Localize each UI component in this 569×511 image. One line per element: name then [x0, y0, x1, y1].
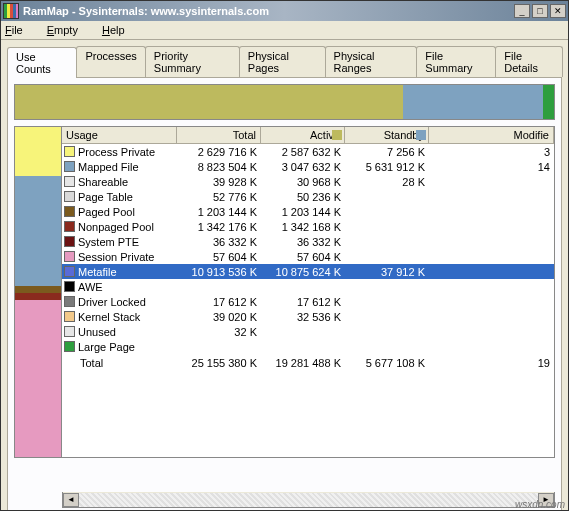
col-standby[interactable]: Standby: [345, 127, 429, 143]
usage-label: Large Page: [78, 341, 135, 353]
table-row[interactable]: Driver Locked17 612 K17 612 K: [62, 294, 554, 309]
usage-label: Metafile: [78, 266, 117, 278]
table-row[interactable]: Page Table52 776 K50 236 K: [62, 189, 554, 204]
cell-total: 17 612 K: [177, 296, 261, 308]
scroll-left-icon[interactable]: ◄: [63, 493, 79, 507]
total-row: Total25 155 380 K19 281 488 K5 677 108 K…: [62, 354, 554, 369]
menu-file[interactable]: File: [5, 24, 35, 36]
table-row[interactable]: Metafile10 913 536 K10 875 624 K37 912 K: [62, 264, 554, 279]
tab-physical-ranges[interactable]: Physical Ranges: [325, 46, 418, 77]
usage-label: Paged Pool: [78, 206, 135, 218]
horizontal-scrollbar[interactable]: ◄ ►: [62, 492, 555, 508]
tab-processes[interactable]: Processes: [76, 46, 145, 77]
cell-total: 2 629 716 K: [177, 146, 261, 158]
minimize-button[interactable]: _: [514, 4, 530, 18]
usage-label: AWE: [78, 281, 103, 293]
usage-label: Driver Locked: [78, 296, 146, 308]
menu-empty[interactable]: Empty: [47, 24, 90, 36]
cell-standby: 5 631 912 K: [345, 161, 429, 173]
cell-active: 3 047 632 K: [261, 161, 345, 173]
col-usage[interactable]: Usage: [62, 127, 177, 143]
table-row[interactable]: AWE: [62, 279, 554, 294]
close-button[interactable]: ✕: [550, 4, 566, 18]
cell-total: 8 823 504 K: [177, 161, 261, 173]
tab-file-details[interactable]: File Details: [495, 46, 563, 77]
color-swatch: [64, 176, 75, 187]
col-active[interactable]: Active: [261, 127, 345, 143]
table-row[interactable]: Process Private2 629 716 K2 587 632 K7 2…: [62, 144, 554, 159]
usage-label: Mapped File: [78, 161, 139, 173]
color-swatch: [64, 251, 75, 262]
tab-physical-pages[interactable]: Physical Pages: [239, 46, 326, 77]
cell-modified: 14: [429, 161, 554, 173]
usage-bar-chart: [14, 84, 555, 120]
cell-total: 39 020 K: [177, 311, 261, 323]
maximize-button[interactable]: □: [532, 4, 548, 18]
watermark: wsxdn.com: [515, 499, 565, 510]
table-row[interactable]: Shareable39 928 K30 968 K28 K: [62, 174, 554, 189]
usage-label: Kernel Stack: [78, 311, 140, 323]
table-row[interactable]: Kernel Stack39 020 K32 536 K: [62, 309, 554, 324]
scroll-track[interactable]: [79, 493, 538, 507]
table-row[interactable]: Paged Pool1 203 144 K1 203 144 K: [62, 204, 554, 219]
window-title: RamMap - Sysinternals: www.sysinternals.…: [23, 5, 514, 17]
usage-label: Shareable: [78, 176, 128, 188]
cell-total: 52 776 K: [177, 191, 261, 203]
col-modified[interactable]: Modifie: [429, 127, 554, 143]
usage-label: Process Private: [78, 146, 155, 158]
color-swatch: [64, 206, 75, 217]
cell-active: 57 604 K: [261, 251, 345, 263]
tab-use-counts[interactable]: Use Counts: [7, 47, 77, 78]
table-row[interactable]: Mapped File8 823 504 K3 047 632 K5 631 9…: [62, 159, 554, 174]
usage-table: Usage Total Active Standby Modifie Proce…: [62, 126, 555, 458]
color-swatch: [64, 311, 75, 322]
color-swatch: [64, 161, 75, 172]
cell-standby: 28 K: [345, 176, 429, 188]
cell-total: 1 203 144 K: [177, 206, 261, 218]
tab-priority-summary[interactable]: Priority Summary: [145, 46, 240, 77]
tabstrip: Use Counts Processes Priority Summary Ph…: [7, 46, 562, 77]
cell-standby: 37 912 K: [345, 266, 429, 278]
cell-total: 36 332 K: [177, 236, 261, 248]
color-swatch: [64, 266, 75, 277]
cell-standby: 7 256 K: [345, 146, 429, 158]
cell-active: 36 332 K: [261, 236, 345, 248]
cell-active: 2 587 632 K: [261, 146, 345, 158]
total-label: Total: [62, 357, 177, 369]
titlebar[interactable]: RamMap - Sysinternals: www.sysinternals.…: [1, 1, 568, 21]
tab-file-summary[interactable]: File Summary: [416, 46, 496, 77]
col-total[interactable]: Total: [177, 127, 261, 143]
cell-active: 1 203 144 K: [261, 206, 345, 218]
cell-total: 57 604 K: [177, 251, 261, 263]
cell-active: 17 612 K: [261, 296, 345, 308]
color-swatch: [64, 191, 75, 202]
usage-label: Nonpaged Pool: [78, 221, 154, 233]
table-row[interactable]: System PTE36 332 K36 332 K: [62, 234, 554, 249]
color-swatch: [64, 281, 75, 292]
menubar: File Empty Help: [1, 21, 568, 40]
usage-label: Unused: [78, 326, 116, 338]
color-swatch: [64, 341, 75, 352]
cell-active: 50 236 K: [261, 191, 345, 203]
cell-active: 32 536 K: [261, 311, 345, 323]
color-swatch: [64, 146, 75, 157]
cell-active: 30 968 K: [261, 176, 345, 188]
cell-modified: 3: [429, 146, 554, 158]
color-swatch: [64, 326, 75, 337]
color-swatch: [64, 296, 75, 307]
table-header: Usage Total Active Standby Modifie: [62, 127, 554, 144]
menu-help[interactable]: Help: [102, 24, 137, 36]
tab-panel: Usage Total Active Standby Modifie Proce…: [7, 77, 562, 511]
table-row[interactable]: Large Page: [62, 339, 554, 354]
table-row[interactable]: Session Private57 604 K57 604 K: [62, 249, 554, 264]
app-icon: [3, 3, 19, 19]
table-row[interactable]: Unused32 K: [62, 324, 554, 339]
cell-total: 10 913 536 K: [177, 266, 261, 278]
cell-total: 1 342 176 K: [177, 221, 261, 233]
usage-label: System PTE: [78, 236, 139, 248]
color-swatch: [64, 236, 75, 247]
cell-active: 1 342 168 K: [261, 221, 345, 233]
color-swatch: [64, 221, 75, 232]
table-row[interactable]: Nonpaged Pool1 342 176 K1 342 168 K: [62, 219, 554, 234]
left-color-bar: [14, 126, 62, 458]
